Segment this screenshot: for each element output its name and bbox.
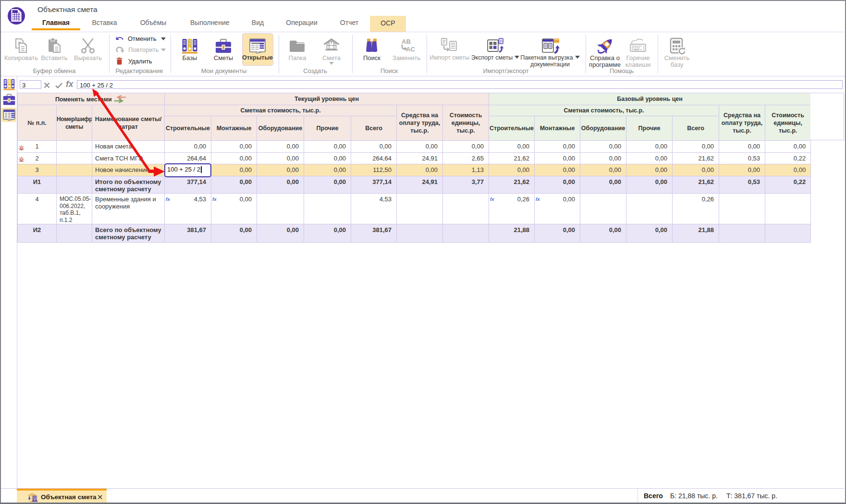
svg-text:AC: AC [406, 46, 415, 53]
svg-text:AB: AB [402, 38, 411, 45]
